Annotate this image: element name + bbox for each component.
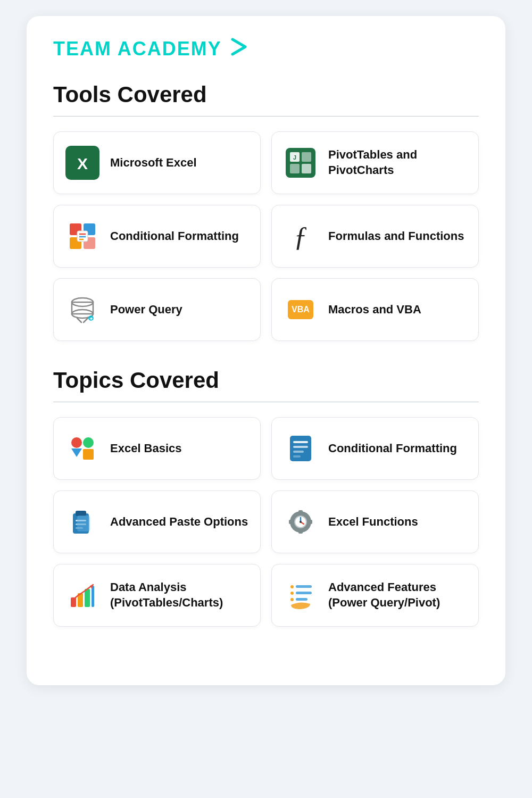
- paste-icon: [65, 505, 99, 539]
- excelfunc-icon: [284, 505, 318, 539]
- tools-divider: [53, 116, 479, 117]
- svg-marker-27: [71, 448, 82, 457]
- svg-point-26: [83, 437, 94, 448]
- svg-rect-29: [290, 436, 311, 461]
- card-label-excelfunc: Excel Functions: [328, 514, 418, 530]
- card-label-cf-topic: Conditional Formatting: [328, 441, 457, 456]
- svg-rect-5: [290, 164, 300, 173]
- svg-rect-52: [85, 589, 90, 607]
- pivot-icon: J: [284, 146, 318, 180]
- card-excel-functions: Excel Functions: [271, 491, 479, 553]
- svg-line-19: [77, 318, 81, 322]
- card-cf-topic: Conditional Formatting: [271, 417, 479, 480]
- formula-icon: ƒ: [284, 219, 318, 253]
- card-data-analysis: Data Analysis (PivotTables/Charts): [53, 564, 261, 627]
- svg-rect-56: [296, 585, 312, 588]
- vba-icon: VBA: [284, 293, 318, 327]
- card-label-cf: Conditional Formatting: [110, 229, 239, 244]
- card-pivottables: J PivotTables and PivotCharts: [271, 131, 479, 194]
- svg-rect-35: [76, 511, 86, 516]
- card-advanced-paste: Advanced Paste Options: [53, 491, 261, 553]
- card-label-paste: Advanced Paste Options: [110, 514, 248, 530]
- svg-rect-60: [296, 598, 307, 601]
- svg-rect-31: [293, 446, 308, 448]
- svg-rect-53: [92, 586, 94, 607]
- svg-rect-6: [302, 164, 311, 173]
- card-microsoft-excel: X Microsoft Excel: [53, 131, 261, 194]
- svg-rect-17: [72, 302, 93, 314]
- svg-rect-43: [298, 529, 303, 534]
- topics-section: Topics Covered Excel Basics: [53, 368, 479, 627]
- card-label-dataanalysis: Data Analysis (PivotTables/Charts): [110, 580, 248, 610]
- tools-title: Tools Covered: [53, 82, 479, 107]
- svg-rect-44: [289, 520, 293, 524]
- card-formulas: ƒ Formulas and Functions: [271, 205, 479, 268]
- svg-point-49: [300, 521, 302, 523]
- card-conditional-formatting: Conditional Formatting: [53, 205, 261, 268]
- svg-text:J: J: [293, 154, 296, 161]
- svg-text:X: X: [77, 155, 88, 172]
- logo-text: TEAM ACADEMY: [53, 38, 222, 60]
- topics-divider: [53, 402, 479, 402]
- svg-point-59: [290, 598, 294, 601]
- card-label-pq: Power Query: [110, 302, 182, 318]
- card-power-query: ✦ Power Query: [53, 278, 261, 341]
- basics-icon: [65, 431, 99, 466]
- svg-rect-58: [296, 592, 312, 594]
- logo-chevron: [229, 37, 251, 61]
- svg-point-55: [290, 585, 294, 588]
- svg-rect-45: [308, 520, 312, 524]
- svg-line-20: [84, 318, 88, 322]
- condformat-icon: [284, 431, 318, 466]
- advfeatures-icon: [284, 578, 318, 612]
- svg-text:VBA: VBA: [292, 305, 310, 314]
- topics-title: Topics Covered: [53, 368, 479, 393]
- card-label-formulas: Formulas and Functions: [328, 229, 464, 244]
- svg-point-25: [71, 437, 82, 448]
- svg-rect-30: [293, 441, 308, 443]
- svg-point-57: [290, 592, 294, 595]
- pq-icon: ✦: [65, 293, 99, 327]
- svg-rect-2: [286, 148, 315, 178]
- card-label-vba: Macros and VBA: [328, 302, 421, 318]
- excel-icon: X: [65, 146, 99, 180]
- card-label-basics: Excel Basics: [110, 441, 182, 456]
- card-excel-basics: Excel Basics: [53, 417, 261, 480]
- card-advanced-features: Advanced Features (Power Query/Pivot): [271, 564, 479, 627]
- tools-grid: X Microsoft Excel J: [53, 131, 479, 341]
- dataanalysis-icon: [65, 578, 99, 612]
- cf-icon: [65, 219, 99, 253]
- header: TEAM ACADEMY: [53, 37, 479, 61]
- topics-grid: Excel Basics Conditional Formatting: [53, 417, 479, 627]
- main-page: TEAM ACADEMY Tools Covered X Microsoft E…: [27, 16, 505, 685]
- tools-section: Tools Covered X Microsoft Excel: [53, 82, 479, 341]
- svg-rect-33: [293, 455, 301, 458]
- svg-rect-39: [77, 516, 90, 531]
- svg-text:✦: ✦: [89, 317, 93, 321]
- svg-rect-42: [298, 510, 303, 514]
- svg-rect-32: [293, 451, 304, 453]
- card-label-excel: Microsoft Excel: [110, 155, 197, 171]
- card-macros-vba: VBA Macros and VBA: [271, 278, 479, 341]
- svg-rect-28: [83, 449, 94, 460]
- card-label-pivot: PivotTables and PivotCharts: [328, 147, 467, 178]
- svg-rect-4: [302, 152, 311, 162]
- card-label-advfeatures: Advanced Features (Power Query/Pivot): [328, 580, 467, 610]
